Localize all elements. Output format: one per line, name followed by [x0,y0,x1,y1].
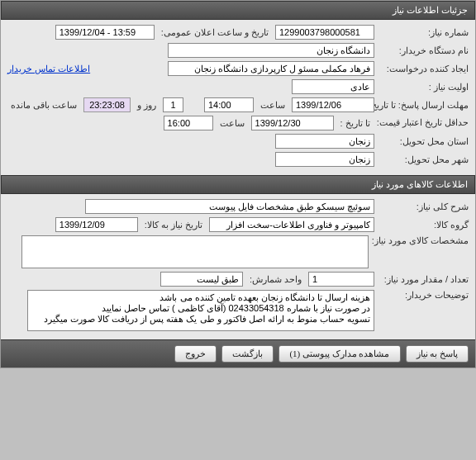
input-validity-time[interactable] [164,116,213,130]
input-buyer-org[interactable] [168,43,374,58]
input-announce-datetime[interactable] [55,25,155,40]
label-min-validity: حداقل تاریخ اعتبار قیمت: [377,117,469,128]
days-remaining: 1 [163,97,183,112]
input-delivery-state[interactable] [275,134,374,149]
section-header-need-info: جزئیات اطلاعات نیاز [1,1,475,20]
label-response-deadline: مهلت ارسال پاسخ: تا تاریخ : [378,100,469,111]
label-unit: واحد شمارش: [246,274,305,285]
label-quantity: تعداد / مقدار مورد نیاز: [378,274,469,285]
label-min-validity-text: حداقل تاریخ اعتبار قیمت: [377,117,469,127]
window-main: جزئیات اطلاعات نیاز شماره نیاز: تاریخ و … [0,0,476,368]
textarea-goods-specs[interactable] [21,235,369,268]
countdown-timer: 23:23:08 [83,97,131,112]
label-need-by-date: تاریخ نیاز به کالا: [141,220,206,230]
label-goods-group: گروه کالا: [378,220,469,230]
input-general-desc[interactable] [85,199,374,214]
label-days-word: روز و [134,100,159,111]
section-body-goods-info: شرح کلی نیاز: گروه کالا: تاریخ نیاز به ک… [1,194,475,339]
label-requester: ایجاد کننده درخواست: [378,64,469,74]
label-to-date: تا تاریخ : [337,118,374,129]
input-delivery-city[interactable] [275,152,374,167]
input-unit[interactable] [160,272,243,287]
input-requester[interactable] [168,61,374,76]
back-button[interactable]: بازگشت [221,345,274,363]
exit-button[interactable]: خروج [174,345,217,363]
label-priority: اولیت نیاز : [378,82,469,92]
textarea-buyer-notes[interactable] [27,290,374,331]
label-buyer-org: نام دستگاه خریدار: [378,45,469,56]
input-validity-date[interactable] [251,116,334,130]
label-time-2: ساعت [217,118,248,129]
label-buyer-notes: توضیحات خریدار: [378,290,469,301]
link-contact-info[interactable]: اطلاعات تماس خریدار [7,64,90,74]
attachments-button[interactable]: مشاهده مدارک پیوستی (1) [278,345,400,363]
input-quantity[interactable] [308,272,374,287]
input-goods-group[interactable] [209,217,374,232]
input-response-date[interactable] [292,97,374,112]
label-goods-specs: مشخصات کالای مورد نیاز: [372,235,469,246]
section-title: جزئیات اطلاعات نیاز [393,5,468,15]
label-general-desc: شرح کلی نیاز: [378,202,469,212]
label-need-number: شماره نیاز: [378,27,469,38]
section-header-goods-info: اطلاعات کالاهای مورد نیاز [1,175,475,194]
label-time-1: ساعت [257,100,288,111]
respond-button[interactable]: پاسخ به نیاز [406,345,469,363]
input-priority[interactable] [292,79,374,94]
footer-bar: پاسخ به نیاز مشاهده مدارک پیوستی (1) باز… [1,339,475,368]
label-delivery-state: استان محل تحویل: [378,136,469,147]
input-response-time[interactable] [204,97,254,112]
input-need-by-date[interactable] [55,217,138,232]
input-need-number[interactable] [275,25,374,40]
label-announce-datetime: تاریخ و ساعت اعلان عمومی: [158,27,272,38]
label-remaining: ساعت باقی مانده [7,100,80,111]
section-title-goods: اطلاعات کالاهای مورد نیاز [372,179,468,189]
section-body-need-info: شماره نیاز: تاریخ و ساعت اعلان عمومی: نا… [1,20,475,175]
label-delivery-city: شهر محل تحویل: [378,154,469,165]
